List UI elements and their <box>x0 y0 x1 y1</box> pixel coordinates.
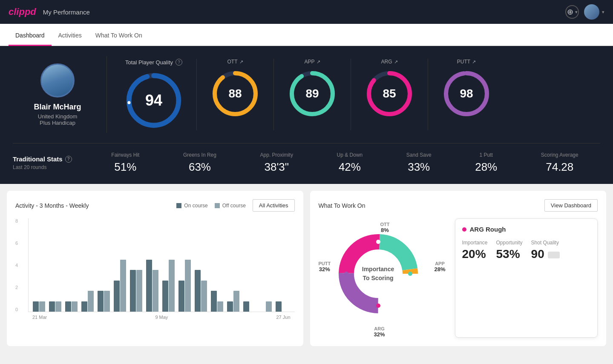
x-label-jun: 27 Jun <box>276 315 290 320</box>
app-chart: 89 <box>287 68 338 119</box>
donut-center-text: Importance To Scoring <box>362 265 394 283</box>
arg-label: ARG ↗ <box>381 59 397 65</box>
oncourse-label: On course <box>184 203 207 209</box>
bar-oncourse-7 <box>146 260 152 312</box>
bar-oncourse-15 <box>276 301 282 312</box>
bar-offcourse-10 <box>201 281 207 312</box>
stat-sandsave-label: Sand Save <box>406 152 432 158</box>
label-ott: OTT 8% <box>380 222 390 233</box>
x-label-mar: 21 Mar <box>32 315 47 320</box>
highlight-opportunity: Opportunity 53% <box>496 240 523 261</box>
bar-offcourse-9 <box>185 260 191 312</box>
offcourse-dot <box>215 203 220 208</box>
bar-offcourse-11 <box>217 301 223 312</box>
avatar-image <box>42 65 73 96</box>
bar-oncourse-9 <box>178 281 184 312</box>
bar-offcourse-12 <box>233 291 239 312</box>
bar-group-8 <box>162 260 177 312</box>
activity-card: Activity - 3 Months - Weekly On course O… <box>7 191 303 346</box>
logo[interactable]: clippd <box>9 6 36 17</box>
stats-subtitle: Last 20 rounds <box>13 164 89 170</box>
highlight-title: ARG Rough <box>462 226 591 233</box>
tab-what-to-work-on[interactable]: What To Work On <box>89 26 149 46</box>
bar-group-1 <box>49 301 63 312</box>
label-putt: PUTT 32% <box>319 261 331 272</box>
bar-offcourse-4 <box>104 291 110 312</box>
quality-help-icon[interactable]: ? <box>176 59 182 66</box>
bar-offcourse-0 <box>39 301 45 312</box>
opportunity-label: Opportunity <box>496 240 523 246</box>
user-menu[interactable]: ▾ <box>584 4 604 20</box>
bar-group-4 <box>98 291 112 312</box>
add-chevron: ▾ <box>575 9 578 15</box>
bar-offcourse-6 <box>136 270 142 312</box>
stat-proximity-label: App. Proximity <box>260 152 293 158</box>
bar-group-12 <box>227 291 242 312</box>
tab-dashboard[interactable]: Dashboard <box>9 26 52 46</box>
shot-quality-row: 90 <box>531 247 560 261</box>
bar-group-10 <box>195 270 209 312</box>
putt-arrow: ↗ <box>472 59 476 65</box>
bar-offcourse-7 <box>153 270 158 312</box>
ott-value: 88 <box>228 87 242 100</box>
bar-oncourse-2 <box>65 301 71 312</box>
bar-group-15 <box>276 301 290 312</box>
total-quality: Total Player Quality ? 94 <box>111 59 196 130</box>
ott-label: OTT ↗ <box>227 59 243 65</box>
stat-greens: Greens In Reg 63% <box>183 152 216 174</box>
bar-offcourse-1 <box>55 301 61 312</box>
stat-scoring: Scoring Average 74.28 <box>541 152 578 174</box>
stat-updown: Up & Down 42% <box>337 152 363 174</box>
bar-oncourse-4 <box>98 291 104 312</box>
work-title: What To Work On <box>319 202 365 209</box>
highlight-importance: Importance 20% <box>462 240 488 261</box>
header-title: My Performance <box>43 9 90 16</box>
legend-offcourse: Off course <box>215 203 246 209</box>
bar-offcourse-3 <box>88 291 94 312</box>
stat-scoring-label: Scoring Average <box>541 152 578 158</box>
stats-items: Fairways Hit 51% Greens In Reg 63% App. … <box>89 152 600 174</box>
shot-quality-value: 90 <box>531 247 544 261</box>
stat-scoring-value: 74.28 <box>541 161 578 174</box>
putt-value: 98 <box>460 87 473 100</box>
metric-ott: OTT ↗ 88 <box>196 59 273 130</box>
stat-sandsave: Sand Save 33% <box>406 152 432 174</box>
donut-center: Importance To Scoring <box>331 227 425 321</box>
metric-app: APP ↗ 89 <box>273 59 351 130</box>
tab-activities[interactable]: Activities <box>52 26 89 46</box>
oncourse-dot <box>176 203 181 208</box>
hero-top: Blair McHarg United Kingdom Plus Handica… <box>13 56 600 133</box>
y-4: 4 <box>15 263 18 268</box>
activity-controls: On course Off course All Activities <box>176 199 294 212</box>
player-country: United Kingdom <box>38 113 78 120</box>
importance-label: Importance <box>462 240 488 246</box>
importance-value: 20% <box>462 247 488 261</box>
putt-label: PUTT ↗ <box>457 59 476 65</box>
all-activities-button[interactable]: All Activities <box>253 199 295 212</box>
metric-arg: ARG ↗ 85 <box>351 59 428 130</box>
y-0: 0 <box>15 307 18 312</box>
offcourse-label: Off course <box>222 203 246 209</box>
chart-x-labels: 21 Mar 9 May 27 Jun <box>28 312 295 320</box>
bar-group-0 <box>33 301 47 312</box>
player-name: Blair McHarg <box>34 103 81 112</box>
bar-offcourse-5 <box>120 260 126 312</box>
stat-updown-label: Up & Down <box>337 152 363 158</box>
app-arrow: ↗ <box>317 59 320 65</box>
bottom-section: Activity - 3 Months - Weekly On course O… <box>0 184 613 353</box>
bar-group-9 <box>178 260 193 312</box>
stats-help-icon[interactable]: ? <box>65 156 72 163</box>
metric-putt: PUTT ↗ 98 <box>428 59 505 130</box>
view-dashboard-button[interactable]: View Dashboard <box>544 199 598 212</box>
legend-oncourse: On course <box>176 203 207 209</box>
work-header: What To Work On View Dashboard <box>319 199 598 212</box>
highlight-shot-quality: Shot Quality 90 <box>531 240 560 261</box>
add-button[interactable]: ⊕ ▾ <box>565 5 579 19</box>
bar-offcourse-2 <box>72 301 78 312</box>
bar-group-5 <box>114 260 128 312</box>
bar-oncourse-8 <box>162 281 168 312</box>
highlight-area: ARG Rough Importance 20% Opportunity 53%… <box>455 218 598 338</box>
bar-oncourse-3 <box>81 301 87 312</box>
work-content: Importance To Scoring OTT 8% APP 28% ARG… <box>319 218 598 338</box>
bar-group-11 <box>211 291 225 312</box>
